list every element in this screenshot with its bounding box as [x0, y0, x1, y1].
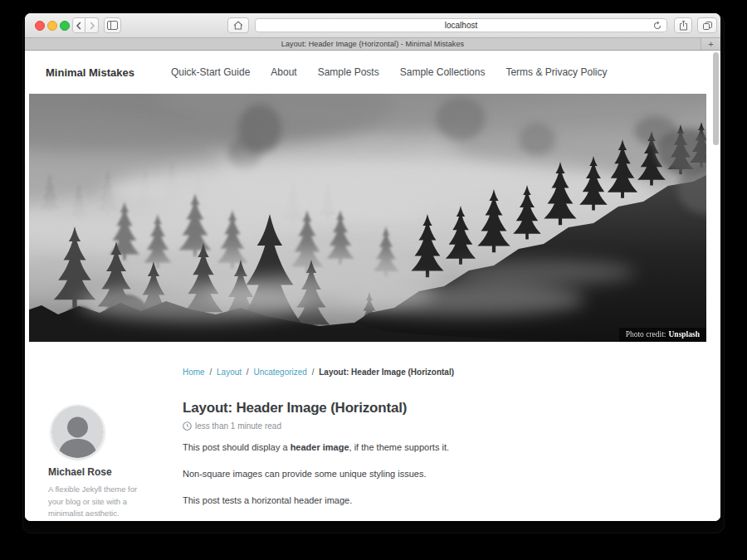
hero-image: Photo credit:Unsplash	[29, 94, 706, 342]
site-nav: Quick-Start Guide About Sample Posts Sam…	[171, 66, 608, 78]
paragraph-3: This post tests a horizontal header imag…	[183, 494, 664, 507]
article: Layout: Header Image (Horizontal) less t…	[183, 400, 664, 521]
url-text: localhost	[256, 21, 666, 30]
paragraph-1-text: This post should display a	[183, 442, 290, 452]
reload-icon[interactable]	[652, 21, 662, 31]
page-title: Layout: Header Image (Horizontal)	[183, 400, 664, 416]
photo-credit-caption: Photo credit:Unsplash	[619, 328, 706, 342]
nav-item-terms-privacy-policy[interactable]: Terms & Privacy Policy	[505, 66, 607, 78]
paragraph-1-text: , if the theme supports it.	[349, 442, 449, 452]
author-bio: A flexible Jekyll theme for your blog or…	[48, 484, 146, 520]
breadcrumb-home[interactable]: Home	[183, 368, 205, 377]
nav-item-sample-collections[interactable]: Sample Collections	[400, 66, 486, 78]
sidebar-toggle-button[interactable]	[104, 17, 121, 33]
browser-toolbar: localhost	[25, 13, 720, 38]
breadcrumb-current-page: Layout: Header Image (Horizontal)	[319, 368, 454, 377]
page-viewport: Minimal Mistakes Quick-Start Guide About…	[25, 51, 720, 521]
paragraph-2: Non-square images can provide some uniqu…	[183, 468, 664, 480]
tab-bar: Layout: Header Image (Horizontal) - Mini…	[25, 38, 720, 51]
photo-credit-label: Photo credit:	[626, 330, 666, 338]
history-nav-group	[72, 17, 99, 33]
forward-button[interactable]	[85, 17, 99, 33]
new-tab-button[interactable]: +	[701, 38, 720, 50]
author-profile: Michael Rose A flexible Jekyll theme for…	[48, 405, 160, 520]
foggy-forest-illustration	[29, 94, 706, 342]
minimize-window-button[interactable]	[47, 21, 57, 31]
paragraph-1: This post should display a header image,…	[183, 441, 664, 454]
masthead: Minimal Mistakes Quick-Start Guide About…	[25, 51, 720, 94]
breadcrumb-uncategorized[interactable]: Uncategorized	[253, 368, 306, 377]
chevron-left-icon	[76, 22, 82, 30]
breadcrumb-separator: /	[247, 368, 249, 377]
active-tab[interactable]: Layout: Header Image (Horizontal) - Mini…	[281, 40, 464, 48]
tab-overview-button[interactable]	[697, 17, 717, 33]
breadcrumb-separator: /	[312, 368, 315, 377]
address-bar[interactable]: localhost	[255, 18, 667, 32]
tab-overview-icon	[702, 21, 713, 31]
photo-credit-link[interactable]: Unsplash	[669, 330, 701, 338]
read-time-text: less than 1 minute read	[195, 421, 281, 431]
avatar-placeholder-silhouette	[51, 406, 104, 458]
nav-item-about[interactable]: About	[271, 66, 296, 78]
share-button[interactable]	[674, 17, 692, 33]
window-controls	[35, 21, 70, 31]
paragraph-1-bold: header image	[290, 442, 349, 452]
share-icon	[679, 20, 688, 31]
breadcrumb-separator: /	[209, 368, 212, 377]
zoom-window-button[interactable]	[60, 21, 70, 31]
home-button[interactable]	[227, 17, 249, 33]
avatar	[51, 405, 105, 459]
back-button[interactable]	[72, 17, 85, 33]
close-window-button[interactable]	[35, 21, 45, 31]
breadcrumb-layout[interactable]: Layout	[217, 368, 242, 377]
sidebar-panel-icon	[107, 21, 118, 30]
nav-item-sample-posts[interactable]: Sample Posts	[318, 66, 379, 78]
home-icon	[233, 21, 243, 30]
clock-icon	[183, 421, 192, 431]
site-title-link[interactable]: Minimal Mistakes	[46, 66, 134, 79]
breadcrumb: Home / Layout / Uncategorized / Layout: …	[183, 368, 454, 377]
read-time: less than 1 minute read	[183, 421, 664, 431]
chevron-right-icon	[89, 22, 95, 30]
author-name: Michael Rose	[48, 466, 160, 478]
vertical-scrollbar-thumb[interactable]	[713, 52, 719, 145]
safari-window: localhost Layout: Header Image (Horizont…	[25, 13, 720, 521]
nav-item-quick-start-guide[interactable]: Quick-Start Guide	[171, 66, 250, 78]
